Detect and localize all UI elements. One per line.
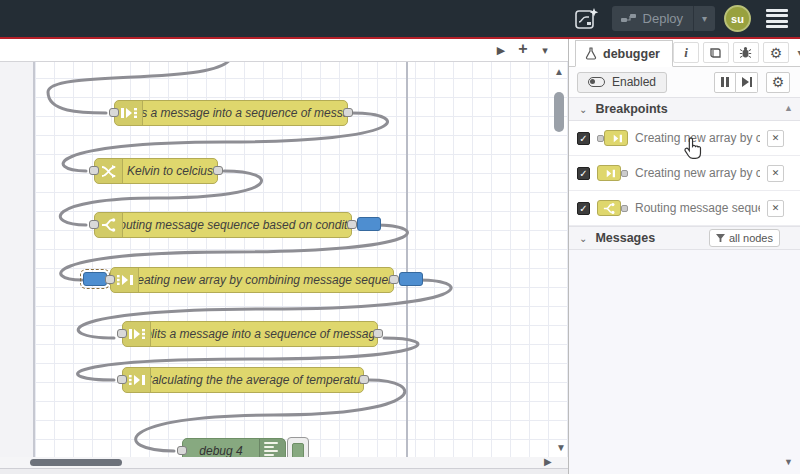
- breakpoint-marker-input-selected[interactable]: [83, 272, 107, 286]
- input-port[interactable]: [177, 446, 187, 455]
- input-port[interactable]: [109, 108, 119, 117]
- filter-label: all nodes: [729, 232, 773, 244]
- pause-icon: [721, 77, 724, 87]
- node-label: debug 4: [183, 439, 259, 457]
- app-header: Deploy ▾ su: [0, 0, 800, 37]
- config-nodes-tab-button[interactable]: ⚙: [763, 42, 789, 63]
- add-flow-button[interactable]: +: [514, 40, 532, 58]
- mouse-cursor-pointer: [683, 136, 705, 164]
- debugger-settings-button[interactable]: ⚙: [766, 72, 790, 93]
- canvas-scroll-right-arrow[interactable]: ▶: [544, 456, 552, 467]
- output-port[interactable]: [389, 275, 399, 284]
- pause-button[interactable]: [714, 72, 736, 93]
- step-next-button[interactable]: [736, 72, 758, 93]
- debug-enable-toggle[interactable]: [287, 437, 309, 457]
- node-label: Calculating the the average of temperatu…: [151, 368, 363, 392]
- user-avatar[interactable]: su: [724, 5, 751, 32]
- flow-canvas[interactable]: Splits a message into a sequence of mess…: [0, 62, 568, 457]
- messages-title: Messages: [595, 231, 655, 245]
- collapse-icon: ⌄: [579, 233, 587, 244]
- flow-list-button[interactable]: ▾: [536, 44, 554, 57]
- split-icon: [123, 322, 151, 346]
- breakpoint-label: Routing message sequence based on condit…: [635, 201, 760, 215]
- tab-debugger[interactable]: debugger: [575, 40, 673, 67]
- remove-breakpoint-button[interactable]: ✕: [767, 130, 784, 147]
- breakpoints-section-header[interactable]: ⌄ Breakpoints: [569, 97, 800, 121]
- deploy-icon: [621, 13, 636, 24]
- deploy-button[interactable]: Deploy ▾: [612, 6, 715, 31]
- messages-section-header[interactable]: ⌄ Messages all nodes: [569, 226, 800, 250]
- breakpoint-marker-output[interactable]: [357, 217, 381, 231]
- output-port[interactable]: [343, 108, 353, 117]
- sidebar-scroll-down-arrow[interactable]: ▼: [784, 457, 793, 465]
- flow-assistant-button[interactable]: [569, 5, 603, 33]
- breakpoint-marker-output[interactable]: [399, 272, 423, 286]
- breakpoint-checkbox-checked[interactable]: ✓: [577, 167, 590, 180]
- node-split-1[interactable]: Splits a message into a sequence of mess…: [114, 100, 348, 126]
- debugger-toolbar: Enabled ⚙: [569, 67, 800, 97]
- message-filter-button[interactable]: all nodes: [709, 229, 780, 247]
- join-icon: [604, 130, 628, 146]
- output-port[interactable]: [373, 329, 383, 338]
- mini-node-switch-output: [597, 200, 628, 216]
- input-port[interactable]: [105, 275, 115, 284]
- join-icon: [111, 268, 139, 292]
- join-icon: [123, 368, 151, 392]
- help-tab-button[interactable]: [703, 42, 729, 63]
- switch-icon: [95, 213, 123, 237]
- menu-icon: [766, 9, 788, 12]
- main-menu-button[interactable]: [766, 9, 788, 29]
- node-change-1[interactable]: Kelvin to celcius: [94, 158, 218, 184]
- mini-port: [621, 170, 628, 177]
- canvas-scroll-down-arrow[interactable]: ▼: [556, 442, 566, 453]
- chevron-down-icon: ▾: [702, 13, 707, 24]
- canvas-horizontal-scrollbar[interactable]: [30, 459, 122, 466]
- sidebar-tabs-more-button[interactable]: ▾: [793, 47, 800, 58]
- node-red-app: Deploy ▾ su ▶ + ▾: [0, 0, 800, 474]
- gear-icon: ⚙: [772, 75, 785, 89]
- node-label: Splits a message into a sequence of mess…: [143, 101, 347, 125]
- input-port[interactable]: [117, 375, 127, 384]
- remove-breakpoint-button[interactable]: ✕: [767, 200, 784, 217]
- node-debug-4[interactable]: debug 4: [182, 438, 286, 457]
- breakpoints-title: Breakpoints: [595, 102, 667, 116]
- breakpoint-checkbox-checked[interactable]: ✓: [577, 202, 590, 215]
- node-join-2[interactable]: Calculating the the average of temperatu…: [122, 367, 364, 393]
- node-join-1[interactable]: Creating new array by combining message …: [110, 267, 394, 293]
- node-label: Creating new array by combining message …: [139, 268, 393, 292]
- messages-empty-body: [569, 250, 800, 474]
- output-port[interactable]: [213, 166, 223, 175]
- sidebar: debugger i ⚙ ▾: [568, 39, 800, 474]
- breakpoint-label: Creating new array by combining message …: [635, 166, 760, 180]
- input-port[interactable]: [89, 220, 99, 229]
- input-port[interactable]: [89, 166, 99, 175]
- output-port[interactable]: [347, 220, 357, 229]
- mini-port: [621, 205, 628, 212]
- node-label: Splits a message into a sequence of mess…: [151, 322, 377, 346]
- deploy-label: Deploy: [643, 11, 683, 26]
- tab-scroll-right-button[interactable]: ▶: [492, 44, 510, 57]
- output-port[interactable]: [359, 375, 369, 384]
- mini-port: [597, 135, 604, 142]
- join-icon: [597, 165, 621, 181]
- canvas-scroll-up-arrow[interactable]: ▲: [554, 66, 564, 77]
- deploy-options-caret[interactable]: ▾: [693, 6, 715, 31]
- avatar-initials: su: [731, 13, 744, 25]
- switch-icon: [597, 200, 621, 216]
- debugger-enabled-toggle[interactable]: Enabled: [577, 72, 667, 93]
- remove-breakpoint-button[interactable]: ✕: [767, 165, 784, 182]
- mini-node-join-input: [597, 130, 628, 146]
- tab-debugger-label: debugger: [603, 47, 660, 61]
- debug-messages-tab-button[interactable]: [733, 42, 759, 63]
- split-icon: [115, 101, 143, 125]
- breakpoint-row[interactable]: ✓ Routing message sequence based on cond…: [569, 191, 800, 226]
- input-port[interactable]: [117, 329, 127, 338]
- node-split-2[interactable]: Splits a message into a sequence of mess…: [122, 321, 378, 347]
- info-tab-button[interactable]: i: [673, 42, 699, 63]
- sidebar-scroll-up-arrow[interactable]: ▲: [784, 103, 793, 113]
- node-switch-1[interactable]: Routing message sequence based on condit…: [94, 212, 352, 238]
- workspace-tab-strip: ▶ + ▾: [0, 39, 568, 62]
- breakpoint-checkbox-checked[interactable]: ✓: [577, 132, 590, 145]
- mini-node-join-output: [597, 165, 628, 181]
- canvas-vertical-scrollbar[interactable]: [554, 92, 564, 132]
